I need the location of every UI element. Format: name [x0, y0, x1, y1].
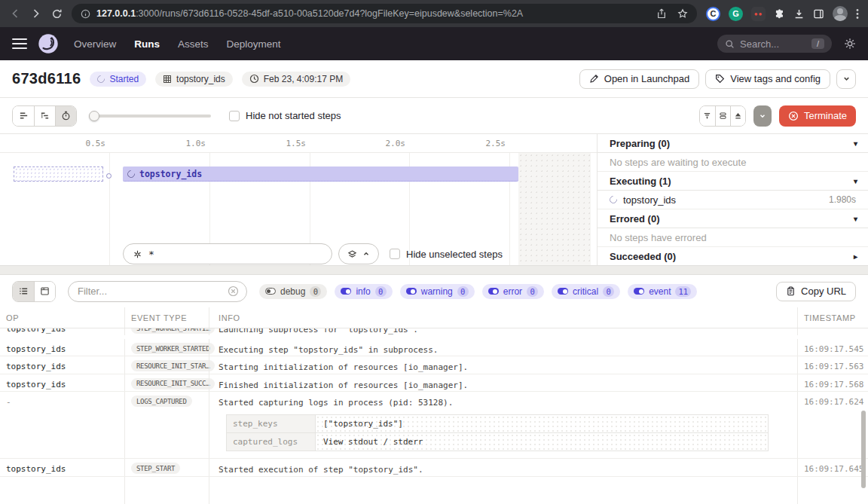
forward-icon[interactable]: [30, 8, 42, 20]
profile-avatar[interactable]: [833, 6, 848, 21]
job-name-tag[interactable]: topstory_ids: [155, 72, 233, 87]
gantt-layout-group: [699, 105, 746, 127]
log-scrollbar-thumb[interactable]: [861, 411, 866, 488]
log-level-pill-error[interactable]: error0: [482, 284, 544, 299]
log-level-count: 11: [675, 286, 691, 297]
run-toolbar: Hide not started steps Re-execute (topst…: [0, 98, 868, 134]
gantt-panel: 0.5s1.0s1.5s2.0s2.5s topstory_ids *: [0, 134, 598, 265]
sidebar-icon[interactable]: [813, 8, 824, 20]
status-section-title: Errored (0): [610, 213, 659, 225]
header-more-actions-button[interactable]: [836, 69, 856, 89]
browser-menu-icon[interactable]: [856, 8, 859, 20]
panel-divider[interactable]: [0, 265, 868, 275]
metadata-value[interactable]: View stdout / stderr: [316, 433, 768, 451]
view-tags-config-button[interactable]: View tags and config: [705, 69, 830, 89]
gantt-axis-tick: 2.5s: [486, 139, 510, 148]
nav-item-assets[interactable]: Assets: [178, 38, 209, 50]
zoom-slider[interactable]: [89, 111, 211, 121]
hide-unselected-checkbox[interactable]: [390, 249, 400, 259]
reload-icon[interactable]: [51, 8, 63, 20]
log-level-pill-warning[interactable]: warning0: [400, 284, 475, 299]
zoom-slider-thumb[interactable]: [89, 111, 99, 121]
address-bar[interactable]: 127.0.0.1:3000/runs/673d6116-0528-45df-a…: [72, 4, 697, 23]
op-selector-icon: [133, 249, 142, 259]
log-filter-input[interactable]: Filter...: [68, 281, 247, 302]
download-icon[interactable]: [793, 8, 805, 20]
status-section-empty-text: No steps have errored: [598, 228, 868, 247]
status-section-header[interactable]: Preparing (0)▾: [598, 134, 868, 153]
view-list-icon[interactable]: [13, 282, 34, 301]
caret-up-icon: [362, 250, 370, 258]
log-op-cell: topstory_ids: [0, 339, 124, 356]
bookmark-star-icon[interactable]: [677, 8, 688, 19]
log-level-label: warning: [421, 286, 453, 297]
view-structured-icon[interactable]: [34, 282, 55, 301]
collapse-panel-button[interactable]: [338, 243, 379, 264]
clear-filter-icon[interactable]: [228, 286, 239, 297]
hide-unselected-label: Hide unselected steps: [406, 249, 503, 260]
run-start-time-tag[interactable]: Feb 23, 4:09:17 PM: [242, 72, 350, 87]
status-section-header[interactable]: Executing (1)▾: [598, 172, 868, 191]
metadata-row: step_keys["topstory_ids"]: [227, 415, 768, 432]
share-icon[interactable]: [656, 8, 667, 19]
caret-down-icon: ▾: [854, 215, 857, 223]
extensions-puzzle-icon[interactable]: [774, 8, 785, 20]
site-info-icon[interactable]: [81, 9, 90, 19]
status-section-header[interactable]: Succeeded (0)▸: [598, 247, 868, 265]
pencil-icon: [589, 74, 599, 84]
reexecute-caret-icon[interactable]: [753, 105, 772, 127]
log-level-count: 0: [310, 286, 321, 297]
log-level-pill-info[interactable]: info0: [335, 284, 392, 299]
extension-icon-grammarly[interactable]: G: [729, 7, 743, 21]
event-type-badge: STEP_WORKER_STARTED: [131, 343, 215, 354]
open-launchpad-button[interactable]: Open in Launchpad: [579, 69, 699, 89]
log-table-row[interactable]: -LOGS_CAPTUREDStarted capturing logs in …: [0, 392, 868, 459]
log-table-row[interactable]: topstory_idsSTEP_WORKER_STARTI…Launching…: [0, 328, 868, 335]
col-header-event-type: EVENT TYPE: [124, 307, 209, 328]
menu-icon[interactable]: [12, 38, 27, 50]
hide-not-started-label: Hide not started steps: [246, 110, 341, 121]
step-status-panel: Preparing (0)▾No steps are waiting to ex…: [598, 134, 868, 265]
collapse-rows-icon[interactable]: [715, 106, 730, 126]
log-level-pill-debug[interactable]: debug0: [259, 284, 327, 299]
status-step-duration: 1.980s: [829, 194, 856, 205]
log-table-row[interactable]: topstory_idsRESOURCE_INIT_SUCC…Finished …: [0, 374, 868, 392]
log-level-count: 0: [375, 286, 387, 297]
log-info-cell: Starting initialization of resources [io…: [209, 356, 797, 373]
extension-icon-1[interactable]: C: [706, 7, 720, 21]
log-table-row[interactable]: topstory_idsSTEP_WORKER_STARTEDExecuting…: [0, 339, 868, 356]
log-timestamp-cell: 16:09:17.645: [797, 459, 868, 475]
copy-url-button[interactable]: Copy URL: [776, 282, 856, 301]
extension-icon-3[interactable]: ●●: [751, 7, 766, 21]
log-info-cell: Executing step "topstory_ids" in subproc…: [209, 339, 797, 356]
filter-funnel-icon[interactable]: [700, 106, 715, 126]
eject-icon[interactable]: [730, 106, 745, 126]
caret-down-icon: ▾: [854, 177, 857, 185]
metadata-value: ["topstory_ids"]: [316, 415, 768, 432]
log-level-pill-critical[interactable]: critical0: [552, 284, 620, 299]
gantt-step-bar[interactable]: topstory_ids: [123, 166, 518, 182]
nav-item-overview[interactable]: Overview: [74, 38, 116, 50]
view-flat-icon[interactable]: [13, 106, 34, 126]
nav-item-deployment[interactable]: Deployment: [227, 38, 281, 50]
settings-gear-icon[interactable]: [844, 38, 856, 50]
view-waterfall-icon[interactable]: [34, 106, 55, 126]
back-icon[interactable]: [9, 8, 21, 20]
toggle-icon: [406, 288, 417, 295]
status-step-row[interactable]: topstory_ids1.980s: [598, 191, 868, 209]
log-toolbar: Filter... debug0info0warning0error0criti…: [0, 275, 868, 307]
view-timing-icon[interactable]: [55, 106, 76, 126]
hide-not-started-checkbox[interactable]: [229, 111, 240, 121]
op-selection-input[interactable]: *: [123, 243, 332, 264]
terminate-button[interactable]: Terminate: [779, 105, 856, 127]
search-input[interactable]: Search... /: [717, 35, 832, 53]
log-table-row[interactable]: topstory_idsRESOURCE_INIT_STAR…Starting …: [0, 356, 868, 374]
log-op-cell: topstory_ids: [0, 328, 124, 335]
log-op-cell: -: [0, 392, 124, 458]
dagster-logo[interactable]: [38, 33, 59, 54]
nav-item-runs[interactable]: Runs: [134, 38, 160, 50]
log-table-row[interactable]: topstory_idsSTEP_STARTStarted execution …: [0, 459, 868, 476]
log-level-pill-event[interactable]: event11: [628, 284, 697, 299]
status-section-title: Succeeded (0): [610, 251, 676, 262]
status-section-header[interactable]: Errored (0)▾: [598, 209, 868, 228]
